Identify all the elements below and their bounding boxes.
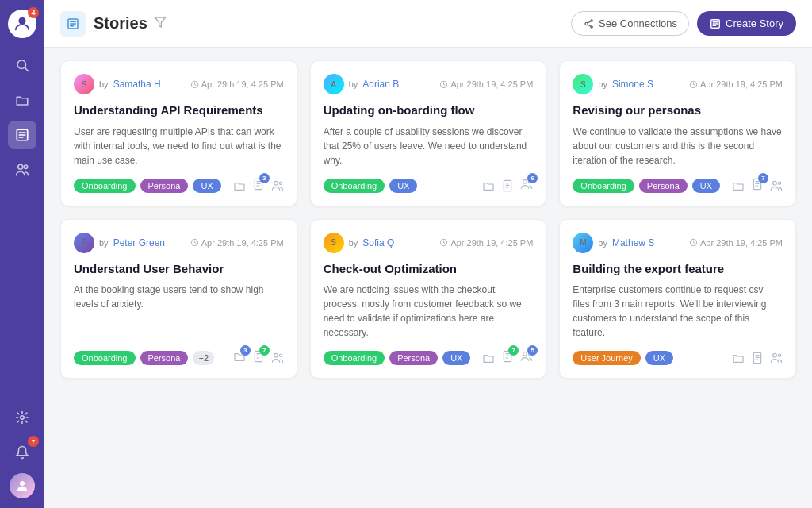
svg-point-9 <box>21 416 25 420</box>
team-icon-wrap-5: 5 <box>520 350 533 363</box>
stories-header-icon <box>60 11 86 37</box>
author-name-4: Peter Green <box>113 237 165 248</box>
user-avatar[interactable] <box>10 473 35 498</box>
story-card-4: P by Peter Green Apr 29th 19, 4:25 PM Un… <box>60 219 297 379</box>
story-card-2: A by Adrian B Apr 29th 19, 4:25 PM Updat… <box>310 60 547 206</box>
tag-onboarding-3[interactable]: Onboarding <box>573 179 634 193</box>
doc-icon-2[interactable] <box>501 179 514 192</box>
tag-onboarding-1[interactable]: Onboarding <box>74 179 136 193</box>
svg-point-7 <box>18 164 23 169</box>
svg-point-52 <box>279 354 282 356</box>
card-desc-1: User are requesting multiple APIs that c… <box>74 125 284 167</box>
svg-point-37 <box>523 179 527 183</box>
sidebar-settings[interactable] <box>8 403 36 432</box>
tag-onboarding-4[interactable]: Onboarding <box>74 351 136 365</box>
tag-more-4[interactable]: +2 <box>193 351 214 365</box>
sidebar-search[interactable] <box>8 51 36 79</box>
author-avatar-2: A <box>324 74 344 94</box>
team-icon-1[interactable] <box>271 179 284 192</box>
tag-ux-3[interactable]: UX <box>692 179 720 193</box>
doc-badge-1: 3 <box>259 173 270 183</box>
story-card-6: M by Mathew S Apr 29th 19, 4:25 PM Build… <box>559 219 796 379</box>
svg-point-51 <box>274 353 278 357</box>
card-title-2: Updating on-boarding flow <box>324 102 534 118</box>
svg-point-10 <box>20 481 25 486</box>
card-desc-5: We are noticing issues with the checkout… <box>324 283 534 340</box>
card-meta-5: S by Sofia Q Apr 29th 19, 4:25 PM <box>324 233 534 253</box>
tag-persona-4[interactable]: Persona <box>140 351 189 365</box>
card-desc-6: Enterprise customers continue to request… <box>573 283 783 340</box>
doc-icon-wrap-4: 7 <box>252 350 265 363</box>
author-avatar-6: M <box>573 233 593 253</box>
card-meta-4: P by Peter Green Apr 29th 19, 4:25 PM <box>74 233 284 253</box>
sidebar-bell[interactable]: 7 <box>8 438 36 467</box>
team-badge-5: 5 <box>527 345 538 356</box>
create-story-button[interactable]: Create Story <box>697 11 796 36</box>
folder-icon-3[interactable] <box>732 179 745 192</box>
card-title-1: Understanding API Requirements <box>74 102 284 118</box>
team-icon-wrap-1 <box>271 179 284 192</box>
team-icon-6[interactable] <box>770 352 783 364</box>
see-connections-button[interactable]: See Connections <box>571 11 689 36</box>
card-footer-1: Onboarding Persona UX 3 <box>74 179 284 193</box>
folder-icon-wrap-1 <box>233 179 246 192</box>
author-name-5: Sofia Q <box>362 237 394 248</box>
tag-persona-5[interactable]: Persona <box>389 351 438 365</box>
card-footer-5: Onboarding Persona UX 7 5 <box>324 351 534 365</box>
see-connections-label: See Connections <box>599 17 677 29</box>
card-icons-5: 7 5 <box>482 352 533 364</box>
story-card-3: S by Simone S Apr 29th 19, 4:25 PM Revis… <box>559 60 796 206</box>
logo[interactable]: 4 <box>8 10 36 38</box>
svg-rect-33 <box>504 180 511 190</box>
card-icons-1: 3 <box>233 179 284 192</box>
sidebar-folder[interactable] <box>8 86 36 114</box>
svg-marker-15 <box>155 17 165 27</box>
story-card-1: S by Samatha H Apr 29th 19, 4:25 PM Unde… <box>60 60 297 206</box>
tag-ux-1[interactable]: UX <box>193 179 220 193</box>
tag-persona-1[interactable]: Persona <box>140 179 189 193</box>
main-content: Stories See Connections Create Story S <box>44 0 812 508</box>
filter-icon[interactable] <box>154 16 167 32</box>
card-title-6: Building the export feature <box>573 261 783 277</box>
card-meta-3: S by Simone S Apr 29th 19, 4:25 PM <box>573 74 783 94</box>
tag-userjourney-6[interactable]: User Journey <box>573 351 640 365</box>
sidebar-team[interactable] <box>8 156 36 184</box>
folder-icon-6[interactable] <box>732 352 745 364</box>
card-footer-3: Onboarding Persona UX 7 <box>573 179 783 193</box>
folder-icon-2[interactable] <box>482 179 495 192</box>
card-time-6: Apr 29th 19, 4:25 PM <box>689 238 783 248</box>
svg-point-58 <box>523 352 527 356</box>
tag-ux-2[interactable]: UX <box>389 179 417 193</box>
tag-ux-6[interactable]: UX <box>645 351 673 365</box>
folder-icon-wrap-3 <box>732 179 745 192</box>
author-avatar-3: S <box>573 74 593 94</box>
sidebar-stories[interactable] <box>8 121 36 149</box>
tag-onboarding-5[interactable]: Onboarding <box>324 351 385 365</box>
card-footer-4: Onboarding Persona +2 3 7 <box>74 351 284 365</box>
doc-badge-4: 7 <box>259 345 270 356</box>
folder-icon-wrap-2 <box>482 179 495 192</box>
svg-point-0 <box>18 17 25 25</box>
header: Stories See Connections Create Story <box>44 0 812 48</box>
svg-line-20 <box>588 24 591 25</box>
tag-onboarding-2[interactable]: Onboarding <box>324 179 385 193</box>
author-name-2: Adrian B <box>362 79 399 90</box>
card-time-1: Apr 29th 19, 4:25 PM <box>190 79 284 89</box>
stories-grid: S by Samatha H Apr 29th 19, 4:25 PM Unde… <box>44 48 812 508</box>
author-avatar-4: P <box>74 233 94 253</box>
team-icon-3[interactable] <box>770 179 783 192</box>
sidebar: 4 7 <box>0 0 44 508</box>
story-card-5: S by Sofia Q Apr 29th 19, 4:25 PM Check-… <box>310 219 547 379</box>
doc-icon-6[interactable] <box>751 352 764 364</box>
folder-icon-5[interactable] <box>482 352 495 364</box>
create-story-label: Create Story <box>726 17 783 29</box>
tag-persona-3[interactable]: Persona <box>639 179 688 193</box>
author-avatar-1: S <box>74 74 94 94</box>
folder-icon-1[interactable] <box>233 179 246 192</box>
card-time-2: Apr 29th 19, 4:25 PM <box>439 79 533 89</box>
author-name-3: Simone S <box>612 79 653 90</box>
tag-ux-5[interactable]: UX <box>442 351 470 365</box>
svg-point-65 <box>773 353 777 357</box>
team-icon-4[interactable] <box>271 352 284 364</box>
svg-point-44 <box>773 181 777 185</box>
